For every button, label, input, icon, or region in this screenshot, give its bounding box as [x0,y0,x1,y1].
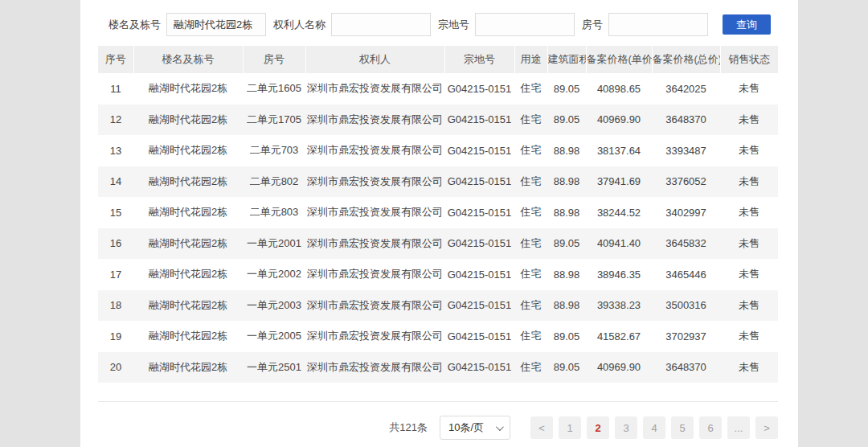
table-cell: 融湖时代花园2栋 [133,105,243,136]
table-cell: 40969.90 [586,352,652,383]
page-button-5[interactable]: 5 [671,416,694,439]
table-cell: G04215-0151 [444,166,514,198]
table-cell: 3500316 [652,290,720,322]
page-size-select[interactable]: 10条/页 [440,416,510,440]
owner-input[interactable] [331,13,431,36]
table-cell: 一单元2002 [243,259,305,290]
parcel-input[interactable] [475,13,575,36]
table-cell: 38244.52 [586,197,652,228]
table-cell: 未售 [720,105,778,136]
table-cell: G04215-0151 [444,135,514,166]
table-cell: 89.05 [547,73,586,105]
table-cell: 一单元2001 [243,228,305,260]
table-cell: 深圳市鼎宏投资发展有限公司 [305,352,444,383]
table-cell: G04215-0151 [444,259,514,290]
table-cell: 融湖时代花园2栋 [133,352,243,383]
table-cell: 深圳市鼎宏投资发展有限公司 [305,228,444,260]
table-cell: 住宅 [514,135,547,166]
table-cell: 19 [98,321,133,352]
table-cell: 住宅 [514,228,547,260]
header-owner: 权利人 [305,46,444,73]
building-field: 楼名及栋号 [108,13,266,36]
table-cell: 深圳市鼎宏投资发展有限公司 [305,290,444,322]
table-cell: 41582.67 [586,321,652,352]
table-row: 11融湖时代花园2栋二单元1605深圳市鼎宏投资发展有限公司G04215-015… [98,73,778,105]
table-cell: 88.98 [547,135,586,166]
table-cell: 二单元802 [243,166,305,198]
table-cell: 深圳市鼎宏投资发展有限公司 [305,321,444,352]
prev-page-button[interactable]: < [530,416,553,439]
table-cell: 89.05 [547,352,586,383]
table-row: 17融湖时代花园2栋一单元2002深圳市鼎宏投资发展有限公司G04215-015… [98,259,778,290]
room-input[interactable] [608,13,708,36]
table-cell: 融湖时代花园2栋 [133,135,243,166]
room-field: 房号 [582,13,708,36]
table-cell: 17 [98,259,133,290]
table-header-row: 序号 楼名及栋号 房号 权利人 宗地号 用途 建筑面积 备案价格(单价) 备案价… [98,46,778,73]
table-cell: G04215-0151 [444,105,514,136]
search-button[interactable]: 查询 [723,14,771,35]
table-cell: 未售 [720,228,778,260]
table-cell: 二单元1705 [243,105,305,136]
table-cell: 未售 [720,290,778,322]
table-cell: G04215-0151 [444,352,514,383]
table-cell: 住宅 [514,73,547,105]
table-cell: 未售 [720,259,778,290]
table-cell: 融湖时代花园2栋 [133,228,243,260]
table-cell: 3402997 [652,197,720,228]
table-cell: 3642025 [652,73,720,105]
table-cell: G04215-0151 [444,197,514,228]
table-cell: 未售 [720,135,778,166]
table-cell: 16 [98,228,133,260]
table-cell: 住宅 [514,352,547,383]
page-button-6[interactable]: 6 [699,416,722,439]
table-cell: 未售 [720,321,778,352]
table-cell: 12 [98,105,133,136]
total-count: 共121条 [389,420,428,435]
table-cell: 住宅 [514,105,547,136]
header-area: 建筑面积 [547,46,586,73]
table-cell: 一单元2003 [243,290,305,322]
building-input[interactable] [166,13,266,36]
owner-field: 权利人名称 [273,13,431,36]
table-cell: 住宅 [514,290,547,322]
table-cell: 融湖时代花园2栋 [133,290,243,322]
table-cell: 14 [98,166,133,198]
table-cell: 13 [98,135,133,166]
header-index: 序号 [98,46,133,73]
table-cell: 11 [98,73,133,105]
table-cell: 89.05 [547,105,586,136]
page-button-4[interactable]: 4 [643,416,665,439]
table-cell: 深圳市鼎宏投资发展有限公司 [305,73,444,105]
page-ellipsis-button[interactable]: ... [727,416,750,439]
table-cell: 3702937 [652,321,720,352]
table-cell: 39338.23 [586,290,652,322]
table-cell: 40941.40 [586,228,652,260]
page-button-3[interactable]: 3 [615,416,637,439]
header-parcel: 宗地号 [444,46,514,73]
table-cell: 深圳市鼎宏投资发展有限公司 [305,135,444,166]
table-cell: 3393487 [652,135,720,166]
page-button-1[interactable]: 1 [559,416,581,439]
table-cell: 住宅 [514,259,547,290]
table-cell: 88.98 [547,259,586,290]
search-form: 楼名及栋号 权利人名称 宗地号 房号 查询 [80,0,798,36]
table-cell: 3648370 [652,105,720,136]
table-row: 12融湖时代花园2栋二单元1705深圳市鼎宏投资发展有限公司G04215-015… [98,105,778,136]
table-cell: 融湖时代花园2栋 [133,166,243,198]
table-cell: 一单元2501 [243,352,305,383]
table-cell: 3465446 [652,259,720,290]
header-room: 房号 [243,46,305,73]
table-cell: 20 [98,352,133,383]
page-button-2[interactable]: 2 [587,416,609,439]
header-unit-price: 备案价格(单价) [586,46,652,73]
next-page-button[interactable]: > [755,416,778,439]
building-field-label: 楼名及栋号 [108,18,161,32]
table-cell: 38946.35 [586,259,652,290]
table-row: 18融湖时代花园2栋一单元2003深圳市鼎宏投资发展有限公司G04215-015… [98,290,778,322]
table-cell: 88.98 [547,166,586,198]
results-table-wrap: 序号 楼名及栋号 房号 权利人 宗地号 用途 建筑面积 备案价格(单价) 备案价… [98,46,798,383]
table-cell: 二单元1605 [243,73,305,105]
table-cell: 18 [98,290,133,322]
table-cell: 住宅 [514,197,547,228]
